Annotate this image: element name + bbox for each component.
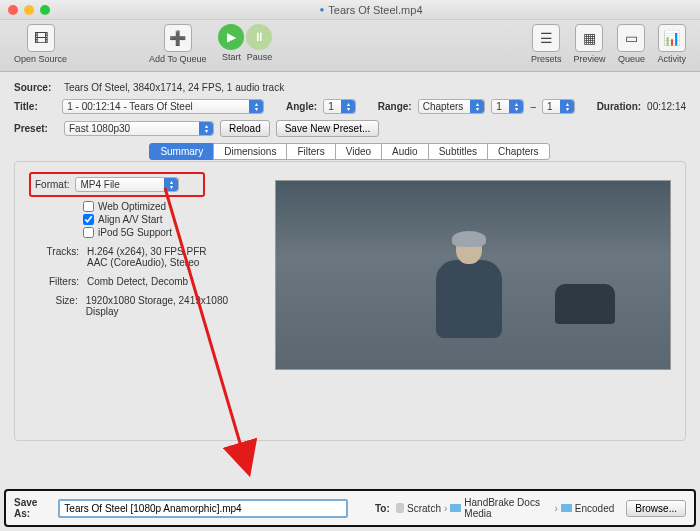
chevron-updown-icon — [560, 100, 574, 113]
size-label: Size: — [29, 295, 78, 317]
chevron-updown-icon — [199, 122, 213, 135]
play-icon: ▶ — [218, 24, 244, 50]
save-bar: Save As: To: Scratch› HandBrake Docs Med… — [4, 489, 696, 527]
open-source-button[interactable]: 🎞Open Source — [8, 24, 73, 64]
disk-icon — [396, 503, 404, 513]
tab-chapters[interactable]: Chapters — [487, 143, 550, 160]
ipod-checkbox[interactable]: iPod 5G Support — [83, 227, 259, 238]
source-value: Tears Of Steel, 3840x1714, 24 FPS, 1 aud… — [64, 82, 284, 93]
angle-label: Angle: — [286, 101, 317, 112]
video-preview — [275, 180, 671, 370]
web-optimized-checkbox[interactable]: Web Optimized — [83, 201, 259, 212]
duration-label: Duration: — [597, 101, 641, 112]
save-path-breadcrumb[interactable]: Scratch› HandBrake Docs Media› Encoded — [396, 497, 615, 519]
toolbar: 🎞Open Source ➕Add To Queue ▶Start ⏸Pause… — [0, 20, 700, 72]
minimize-icon[interactable] — [24, 5, 34, 15]
tabs: Summary Dimensions Filters Video Audio S… — [14, 143, 686, 160]
activity-button[interactable]: 📊Activity — [651, 24, 692, 64]
format-select[interactable]: MP4 File — [75, 177, 179, 192]
queue-icon: ▭ — [617, 24, 645, 52]
tab-audio[interactable]: Audio — [381, 143, 429, 160]
preset-select[interactable]: Fast 1080p30 — [64, 121, 214, 136]
range-dash: – — [530, 101, 536, 112]
titlebar: Tears Of Steel.mp4 — [0, 0, 700, 20]
preset-label: Preset: — [14, 123, 58, 134]
close-icon[interactable] — [8, 5, 18, 15]
to-label: To: — [375, 503, 390, 514]
queue-add-icon: ➕ — [164, 24, 192, 52]
range-to-select[interactable]: 1 — [542, 99, 575, 114]
tracks-label: Tracks: — [29, 246, 79, 268]
window-controls — [8, 5, 50, 15]
folder-icon — [561, 504, 572, 512]
tab-summary[interactable]: Summary — [149, 143, 214, 160]
format-label: Format: — [35, 179, 69, 190]
pause-button[interactable]: ⏸Pause — [246, 24, 272, 62]
tab-dimensions[interactable]: Dimensions — [213, 143, 287, 160]
duration-value: 00:12:14 — [647, 101, 686, 112]
align-av-checkbox[interactable]: Align A/V Start — [83, 214, 259, 225]
preview-icon: ▦ — [575, 24, 603, 52]
chevron-updown-icon — [164, 178, 178, 191]
chevron-updown-icon — [470, 100, 484, 113]
tracks-audio: AAC (CoreAudio), Stereo — [87, 257, 207, 268]
filters-value: Comb Detect, Decomb — [87, 276, 188, 287]
chevron-updown-icon — [509, 100, 523, 113]
angle-select[interactable]: 1 — [323, 99, 356, 114]
start-button[interactable]: ▶Start — [218, 24, 244, 62]
pause-icon: ⏸ — [246, 24, 272, 50]
range-from-select[interactable]: 1 — [491, 99, 524, 114]
chevron-updown-icon — [249, 100, 263, 113]
film-icon: 🎞 — [27, 24, 55, 52]
folder-icon — [450, 504, 461, 512]
size-value: 1920x1080 Storage, 2419x1080 Display — [86, 295, 259, 317]
title-select[interactable]: 1 - 00:12:14 - Tears Of Steel — [62, 99, 264, 114]
tab-filters[interactable]: Filters — [286, 143, 335, 160]
queue-button[interactable]: ▭Queue — [611, 24, 651, 64]
preview-button[interactable]: ▦Preview — [567, 24, 611, 64]
save-preset-button[interactable]: Save New Preset... — [276, 120, 380, 137]
window-title: Tears Of Steel.mp4 — [50, 4, 692, 16]
range-label: Range: — [378, 101, 412, 112]
tab-subtitles[interactable]: Subtitles — [428, 143, 488, 160]
zoom-icon[interactable] — [40, 5, 50, 15]
chevron-updown-icon — [341, 100, 355, 113]
save-as-input[interactable] — [58, 499, 348, 518]
summary-panel: Format: MP4 File Web Optimized Align A/V… — [14, 161, 686, 441]
title-label: Title: — [14, 101, 56, 112]
presets-icon: ☰ — [532, 24, 560, 52]
tracks-video: H.264 (x264), 30 FPS PFR — [87, 246, 207, 257]
format-highlight: Format: MP4 File — [29, 172, 205, 197]
tab-video[interactable]: Video — [335, 143, 382, 160]
save-as-label: Save As: — [14, 497, 52, 519]
presets-button[interactable]: ☰Presets — [525, 24, 568, 64]
range-type-select[interactable]: Chapters — [418, 99, 486, 114]
add-to-queue-button[interactable]: ➕Add To Queue — [143, 24, 212, 64]
reload-button[interactable]: Reload — [220, 120, 270, 137]
filters-label: Filters: — [29, 276, 79, 287]
activity-icon: 📊 — [658, 24, 686, 52]
source-label: Source: — [14, 82, 58, 93]
browse-button[interactable]: Browse... — [626, 500, 686, 517]
